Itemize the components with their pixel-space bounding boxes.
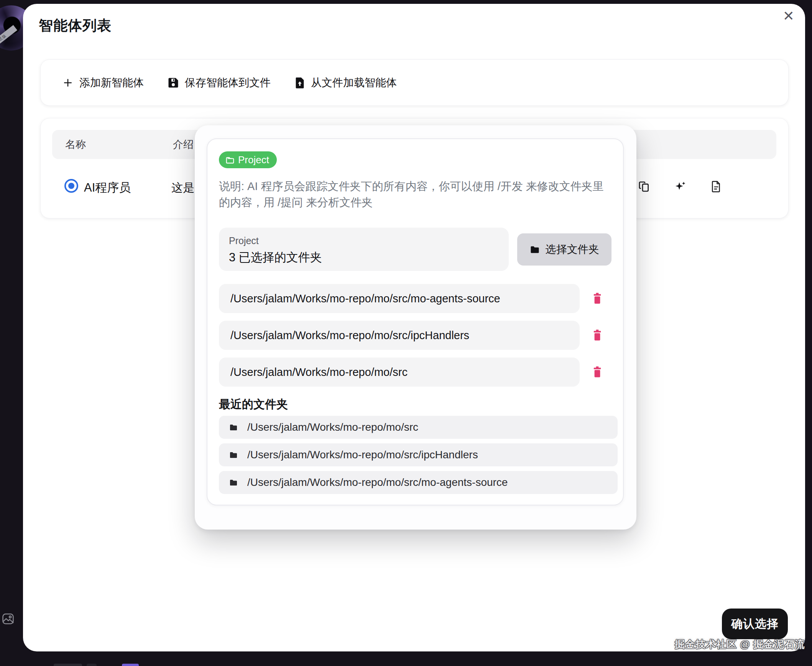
sparkles-icon[interactable]: [672, 178, 688, 195]
folder-icon: [229, 478, 238, 487]
agent-name: AI程序员: [84, 180, 131, 196]
column-header-intro: 介绍: [173, 130, 194, 159]
delete-folder-button[interactable]: [588, 289, 607, 308]
folder-icon: [229, 450, 238, 460]
load-agent-button[interactable]: 从文件加载智能体: [294, 76, 397, 90]
selected-folder-row: /Users/jalam/Works/mo-repo/mo/src/ipcHan…: [219, 321, 611, 350]
selected-folder-row: /Users/jalam/Works/mo-repo/mo/src/mo-age…: [219, 284, 611, 313]
file-text-icon[interactable]: [708, 178, 725, 195]
delete-folder-button[interactable]: [588, 363, 607, 381]
save-icon: [168, 77, 179, 89]
selected-folder-path: /Users/jalam/Works/mo-repo/mo/src/ipcHan…: [230, 329, 469, 342]
folder-icon: [530, 244, 540, 255]
selected-folder-path: /Users/jalam/Works/mo-repo/mo/src/mo-age…: [230, 292, 500, 305]
selected-folder-row: /Users/jalam/Works/mo-repo/mo/src: [219, 358, 611, 387]
selected-folder-path: /Users/jalam/Works/mo-repo/mo/src: [230, 366, 408, 379]
add-agent-label: 添加新智能体: [79, 76, 144, 90]
page-title: 智能体列表: [39, 16, 112, 35]
delete-folder-button[interactable]: [588, 326, 607, 345]
folder-popover: Project 说明: AI 程序员会跟踪文件夹下的所有内容，你可以使用 /开发…: [206, 138, 624, 505]
choose-folder-label: 选择文件夹: [546, 242, 599, 257]
image-icon[interactable]: [2, 612, 15, 626]
recent-folder-item[interactable]: /Users/jalam/Works/mo-repo/mo/src: [219, 416, 617, 439]
background-app-element: [122, 664, 139, 666]
background-app-element: [54, 664, 82, 666]
folder-icon: [229, 423, 238, 432]
project-field-label: Project: [229, 235, 499, 246]
background-app-element: [87, 664, 97, 666]
file-import-icon: [294, 77, 305, 89]
add-agent-button[interactable]: 添加新智能体: [62, 76, 144, 90]
toolbar: 添加新智能体 保存智能体到文件 从文件加载智能体: [40, 59, 789, 106]
project-field-value: 3 已选择的文件夹: [229, 249, 499, 265]
recent-folder-path: /Users/jalam/Works/mo-repo/mo/src/mo-age…: [247, 476, 508, 489]
recent-folder-path: /Users/jalam/Works/mo-repo/mo/src: [247, 421, 418, 434]
recent-folder-item[interactable]: /Users/jalam/Works/mo-repo/mo/src/mo-age…: [219, 471, 617, 494]
project-badge: Project: [219, 152, 277, 168]
recent-folder-item[interactable]: /Users/jalam/Works/mo-repo/mo/src/ipcHan…: [219, 443, 617, 467]
project-badge-label: Project: [238, 154, 269, 166]
recent-folder-path: /Users/jalam/Works/mo-repo/mo/src/ipcHan…: [247, 449, 478, 461]
recent-folders-title: 最近的文件夹: [219, 397, 611, 410]
agent-radio-selected[interactable]: [64, 179, 78, 193]
popover-description: 说明: AI 程序员会跟踪文件夹下的所有内容，你可以使用 /开发 来修改文件夹里…: [219, 178, 607, 210]
plus-icon: [62, 77, 74, 89]
choose-folder-button[interactable]: 选择文件夹: [517, 233, 611, 265]
project-field[interactable]: Project 3 已选择的文件夹: [219, 227, 509, 271]
save-agent-button[interactable]: 保存智能体到文件: [168, 76, 271, 90]
beta-ribbon: 测试版: [0, 25, 17, 51]
folder-icon: [225, 155, 235, 165]
trash-icon: [592, 329, 603, 341]
confirm-selection-button[interactable]: 确认选择: [722, 608, 788, 639]
save-agent-label: 保存智能体到文件: [185, 76, 271, 90]
folder-popover-backdrop: Project 说明: AI 程序员会跟踪文件夹下的所有内容，你可以使用 /开发…: [195, 125, 636, 529]
close-icon[interactable]: ✕: [783, 9, 794, 23]
load-agent-label: 从文件加载智能体: [311, 76, 397, 90]
copy-icon[interactable]: [635, 178, 652, 195]
column-header-name: 名称: [65, 130, 86, 159]
trash-icon: [592, 366, 603, 378]
trash-icon: [592, 292, 603, 305]
